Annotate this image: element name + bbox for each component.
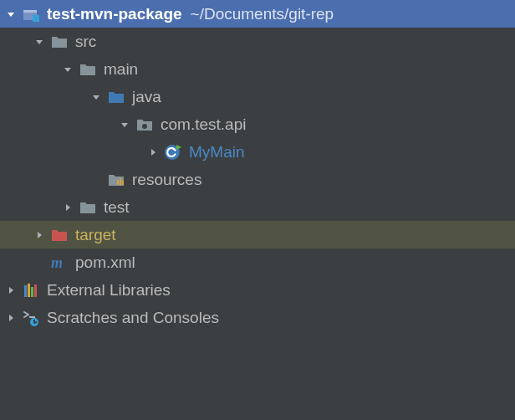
scratches-icon	[22, 309, 40, 327]
label: main	[104, 60, 138, 79]
project-path: ~/Documents/git-rep	[191, 5, 334, 23]
tree-item-external-libraries[interactable]: External Libraries	[0, 276, 515, 304]
tree-item-project-root[interactable]: test-mvn-package ~/Documents/git-rep	[0, 0, 515, 28]
svg-rect-6	[120, 178, 121, 185]
svg-rect-1	[23, 10, 37, 13]
chevron-down-icon	[90, 91, 102, 103]
svg-rect-5	[117, 180, 119, 185]
label: java	[132, 88, 161, 106]
svg-rect-12	[34, 284, 37, 297]
library-icon	[22, 281, 40, 300]
source-folder-icon	[107, 88, 125, 106]
chevron-right-icon	[5, 284, 17, 296]
tree-item-src[interactable]: src	[0, 28, 515, 55]
tree-item-target[interactable]: target	[0, 221, 515, 248]
svg-text:m: m	[51, 254, 63, 271]
project-tree: test-mvn-package ~/Documents/git-rep src…	[0, 0, 515, 331]
svg-rect-2	[33, 15, 39, 22]
project-module-icon	[22, 5, 40, 23]
tree-item-pom[interactable]: m pom.xml	[0, 248, 515, 276]
svg-rect-7	[122, 181, 124, 185]
label: MyMain	[189, 143, 245, 161]
chevron-right-icon	[33, 229, 45, 241]
maven-file-icon: m	[50, 254, 69, 272]
chevron-down-icon	[62, 64, 74, 75]
chevron-right-icon	[5, 312, 17, 324]
chevron-down-icon	[119, 119, 130, 131]
folder-icon	[50, 33, 69, 51]
svg-rect-13	[29, 316, 35, 318]
tree-item-test[interactable]: test	[0, 193, 515, 221]
label: External Libraries	[47, 281, 171, 300]
label: com.test.api	[161, 115, 246, 134]
label: test	[104, 198, 130, 217]
svg-rect-11	[31, 287, 33, 297]
java-class-runnable-icon	[164, 143, 182, 161]
folder-icon	[79, 198, 97, 217]
chevron-down-icon	[5, 8, 17, 20]
label: src	[75, 33, 96, 51]
label: target	[75, 226, 116, 244]
chevron-down-icon	[33, 36, 45, 48]
tree-item-package[interactable]: com.test.api	[0, 110, 515, 138]
label: pom.xml	[75, 254, 135, 272]
svg-point-3	[142, 124, 147, 129]
package-icon	[135, 115, 154, 134]
tree-item-resources[interactable]: resources	[0, 166, 515, 193]
chevron-right-icon	[147, 146, 159, 158]
label: Scratches and Consoles	[47, 309, 219, 327]
tree-item-class[interactable]: MyMain	[0, 138, 515, 166]
tree-item-scratches[interactable]: Scratches and Consoles	[0, 304, 515, 331]
chevron-right-icon	[62, 202, 74, 213]
resources-folder-icon	[107, 171, 125, 189]
tree-item-main[interactable]: main	[0, 55, 515, 83]
label: resources	[132, 171, 201, 189]
excluded-folder-icon	[50, 226, 69, 244]
folder-icon	[79, 60, 97, 79]
tree-item-java[interactable]: java	[0, 83, 515, 110]
svg-rect-9	[24, 285, 27, 297]
project-name: test-mvn-package	[47, 5, 182, 23]
svg-rect-10	[28, 284, 30, 297]
